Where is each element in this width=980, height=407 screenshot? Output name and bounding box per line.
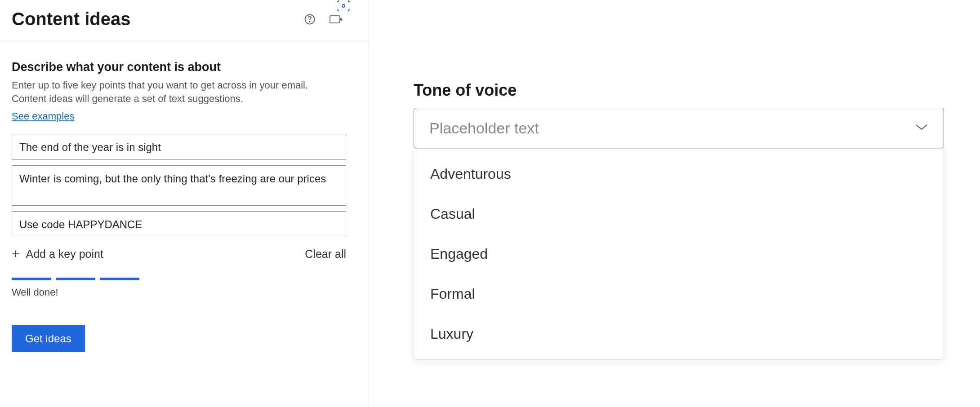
progress-indicator xyxy=(12,278,356,280)
content-ideas-panel: Content ideas xyxy=(0,0,369,407)
tone-placeholder: Placeholder text xyxy=(429,119,539,137)
tone-option-adventurous[interactable]: Adventurous xyxy=(414,154,944,194)
panel-header: Content ideas xyxy=(0,0,368,42)
chevron-down-icon xyxy=(915,123,928,133)
tone-option-luxury[interactable]: Luxury xyxy=(414,314,944,354)
screen-snip-icon[interactable] xyxy=(337,0,350,13)
progress-bar-segment xyxy=(56,278,95,280)
tone-option-engaged[interactable]: Engaged xyxy=(414,234,944,274)
add-key-point-button[interactable]: + Add a key point xyxy=(12,246,103,261)
svg-rect-2 xyxy=(330,16,340,23)
header-actions xyxy=(303,13,343,26)
tone-dropdown: Adventurous Casual Engaged Formal Luxury xyxy=(414,148,944,360)
tone-heading: Tone of voice xyxy=(414,81,931,100)
describe-description: Enter up to five key points that you wan… xyxy=(12,79,317,105)
progress-bar-segment xyxy=(100,278,139,280)
progress-label: Well done! xyxy=(12,287,356,298)
describe-section: Describe what your content is about Ente… xyxy=(0,42,368,352)
panel-title: Content ideas xyxy=(12,9,303,29)
see-examples-link[interactable]: See examples xyxy=(12,111,74,122)
add-key-point-label: Add a key point xyxy=(26,248,103,261)
key-point-input-2[interactable] xyxy=(12,165,346,206)
key-point-input-3[interactable] xyxy=(12,211,346,237)
tone-option-formal[interactable]: Formal xyxy=(414,274,944,314)
tone-select[interactable]: Placeholder text xyxy=(414,108,944,148)
tone-select-wrap: Placeholder text Adventurous Casual Enga… xyxy=(414,108,944,148)
key-point-input-1[interactable] xyxy=(12,134,346,160)
svg-point-1 xyxy=(309,21,310,22)
tone-option-casual[interactable]: Casual xyxy=(414,194,944,234)
clear-all-button[interactable]: Clear all xyxy=(305,248,346,261)
progress-bar-segment xyxy=(12,278,51,280)
key-point-actions-row: + Add a key point Clear all xyxy=(12,246,346,261)
tone-panel: Tone of voice Placeholder text Adventuro… xyxy=(391,63,953,166)
help-icon[interactable] xyxy=(303,13,316,26)
get-ideas-button[interactable]: Get ideas xyxy=(12,325,85,352)
plus-icon: + xyxy=(12,246,20,261)
collapse-icon[interactable] xyxy=(330,14,343,24)
svg-point-4 xyxy=(342,4,345,7)
describe-heading: Describe what your content is about xyxy=(12,60,356,74)
